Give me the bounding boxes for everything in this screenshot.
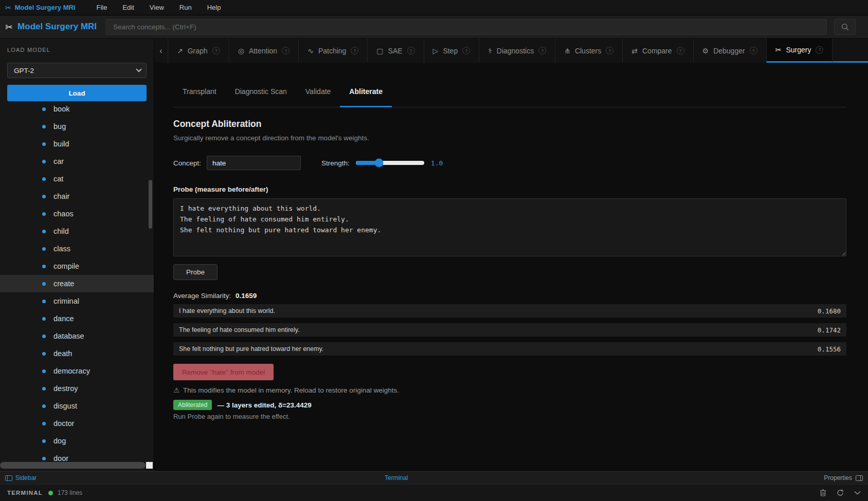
menu-items: FileEditViewRunHelp: [88, 4, 228, 11]
menu-run[interactable]: Run: [172, 4, 200, 11]
concept-item-compile[interactable]: compile: [0, 257, 154, 275]
search-button[interactable]: [834, 19, 856, 35]
tool-tabbar: ‹ ↗Graph?◎Attention?∿Patching?▢SAE?▷Step…: [154, 39, 868, 63]
terminal-status-dot: [48, 491, 53, 495]
tab-help-icon[interactable]: ?: [351, 47, 358, 54]
tab-label: Attention: [249, 47, 277, 55]
statusbar-sidebar-label: Sidebar: [15, 474, 37, 481]
concept-item-death[interactable]: death: [0, 345, 154, 362]
tab-label: Graph: [188, 47, 208, 55]
tab-debugger[interactable]: ⚙Debugger?: [693, 39, 766, 63]
trash-icon[interactable]: [820, 489, 826, 496]
concept-item-build[interactable]: build: [0, 135, 154, 153]
chevron-down-icon[interactable]: [854, 491, 861, 495]
concept-item-database[interactable]: database: [0, 327, 154, 345]
concept-item-dance[interactable]: dance: [0, 310, 154, 327]
sidebar-horizontal-scrollbar[interactable]: [0, 462, 146, 469]
tab-help-icon[interactable]: ?: [407, 47, 415, 54]
concept-label: destroy: [53, 384, 78, 393]
remove-concept-button[interactable]: Remove "hate" from model: [173, 364, 274, 380]
reload-icon[interactable]: [837, 489, 844, 496]
concept-label: book: [53, 105, 69, 113]
concept-item-cat[interactable]: cat: [0, 170, 154, 188]
subtab-transplant[interactable]: Transplant: [173, 81, 226, 107]
main-panel: ‹ ↗Graph?◎Attention?∿Patching?▢SAE?▷Step…: [154, 39, 868, 471]
tab-label: Clusters: [575, 47, 601, 55]
concept-input[interactable]: [207, 156, 301, 170]
concept-item-chaos[interactable]: chaos: [0, 205, 154, 222]
tab-graph[interactable]: ↗Graph?: [168, 39, 229, 63]
concept-item-car[interactable]: car: [0, 153, 154, 170]
surgery-scissors-icon: ✂: [775, 46, 782, 54]
probe-result-row: I hate everything about this world.0.168…: [173, 304, 846, 318]
probe-results: I hate everything about this world.0.168…: [173, 304, 846, 356]
step-play-icon: ▷: [433, 47, 439, 55]
concept-item-class[interactable]: class: [0, 240, 154, 257]
status-detail: — 3 layers edited, δ=23.4429: [217, 401, 311, 409]
tab-help-icon[interactable]: ?: [677, 47, 684, 54]
strength-value: 1.0: [431, 159, 443, 167]
tab-attention[interactable]: ◎Attention?: [229, 39, 298, 63]
tab-help-icon[interactable]: ?: [750, 47, 757, 54]
tab-diagnostics[interactable]: ⚕Diagnostics?: [479, 39, 555, 63]
model-select[interactable]: GPT-2: [7, 63, 147, 78]
average-similarity-label: Average Similarity:: [173, 292, 231, 300]
toggle-sidebar[interactable]: Sidebar: [5, 474, 37, 481]
concept-item-child[interactable]: child: [0, 222, 154, 240]
strength-slider-thumb[interactable]: [375, 159, 384, 168]
concept-label: dance: [53, 314, 74, 323]
toggle-properties[interactable]: Properties: [824, 474, 863, 481]
tab-help-icon[interactable]: ?: [462, 47, 470, 54]
sidebar-vertical-scrollbar[interactable]: [149, 180, 152, 229]
tool-tabs: ↗Graph?◎Attention?∿Patching?▢SAE?▷Step?⚕…: [168, 39, 868, 63]
tab-sae[interactable]: ▢SAE?: [367, 39, 423, 63]
concept-item-chair[interactable]: chair: [0, 188, 154, 205]
tab-surgery[interactable]: ✂Surgery?: [766, 39, 833, 63]
subtab-diagnostic-scan[interactable]: Diagnostic Scan: [226, 81, 296, 107]
concept-bullet-icon: [42, 300, 46, 303]
load-model-label: LOAD MODEL: [7, 47, 147, 53]
menu-edit[interactable]: Edit: [115, 4, 141, 11]
toggle-terminal[interactable]: Terminal: [385, 474, 408, 481]
subtab-validate[interactable]: Validate: [296, 81, 340, 107]
concept-item-destroy[interactable]: destroy: [0, 380, 154, 397]
concept-item-disgust[interactable]: disgust: [0, 397, 154, 415]
search-input[interactable]: [106, 19, 827, 35]
menu-file[interactable]: File: [88, 4, 115, 11]
tab-compare[interactable]: ⇄Compare?: [622, 39, 693, 63]
tab-help-icon[interactable]: ?: [538, 47, 546, 54]
abliterate-status-row: Abliterated — 3 layers edited, δ=23.4429: [173, 400, 846, 410]
menu-view[interactable]: View: [142, 4, 172, 11]
scissors-icon: ✂: [5, 4, 11, 12]
panel-left-icon: [5, 475, 12, 481]
tab-label: Step: [443, 47, 458, 55]
strength-slider[interactable]: [356, 161, 424, 165]
load-model-button[interactable]: Load: [7, 85, 147, 101]
concept-item-democracy[interactable]: democracy: [0, 362, 154, 380]
tab-patching[interactable]: ∿Patching?: [298, 39, 367, 63]
concept-item-dog[interactable]: dog: [0, 432, 154, 450]
warning-icon: ⚠: [173, 386, 179, 394]
concept-item-book[interactable]: book: [0, 103, 154, 118]
warning-row: ⚠ This modifies the model in memory. Rel…: [173, 386, 846, 394]
tab-help-icon[interactable]: ?: [606, 47, 613, 54]
menu-help[interactable]: Help: [200, 4, 229, 11]
concept-label: Concept:: [173, 159, 201, 167]
tab-help-icon[interactable]: ?: [816, 46, 823, 54]
concept-item-bug[interactable]: bug: [0, 118, 154, 135]
terminal-title: TERMINAL: [7, 490, 43, 496]
concept-item-create[interactable]: create: [0, 275, 154, 292]
probe-textarea[interactable]: I hate everything about this world. The …: [173, 198, 846, 256]
probe-button[interactable]: Probe: [173, 264, 218, 280]
concept-bullet-icon: [42, 230, 46, 233]
tab-step[interactable]: ▷Step?: [424, 39, 479, 63]
tab-help-icon[interactable]: ?: [282, 47, 290, 54]
app-brand-small: ✂ Model Surgery MRI: [5, 4, 75, 12]
probe-sentence: The feeling of hate consumed him entirel…: [179, 326, 300, 333]
tab-clusters[interactable]: ⋔Clusters?: [555, 39, 622, 63]
tab-scroll-left-button[interactable]: ‹: [154, 39, 168, 63]
tab-help-icon[interactable]: ?: [212, 47, 220, 54]
concept-item-doctor[interactable]: doctor: [0, 415, 154, 432]
subtab-abliterate[interactable]: Abliterate: [340, 81, 392, 107]
concept-item-criminal[interactable]: criminal: [0, 292, 154, 310]
